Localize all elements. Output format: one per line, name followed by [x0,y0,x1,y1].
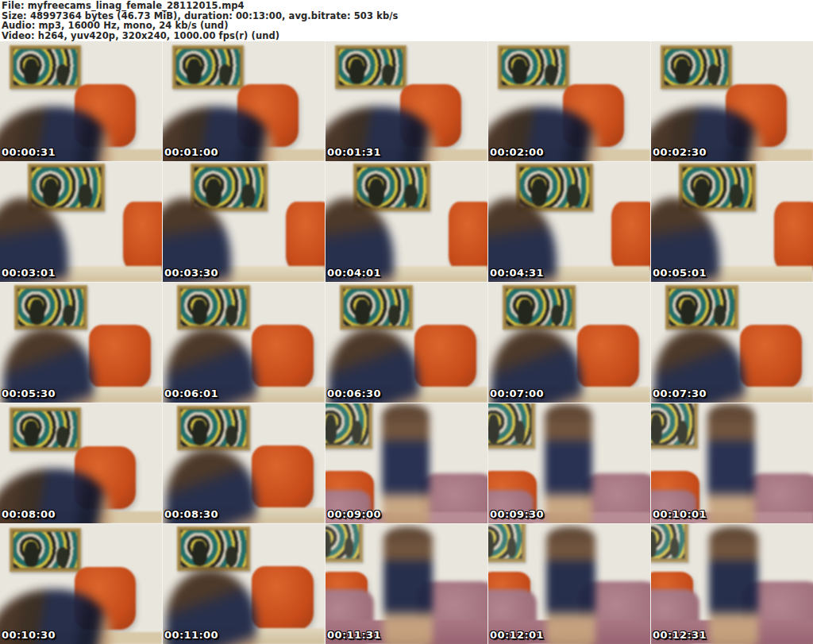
thumbnail-placeholder [163,524,325,644]
timestamp-overlay: 00:08:30 [164,508,218,520]
timestamp-overlay: 00:06:01 [164,388,218,399]
video-thumbnail[interactable]: 00:11:00 [163,524,325,644]
video-thumbnail[interactable]: 00:01:00 [163,41,325,161]
abstract-figure-silhouette [382,403,429,523]
thumbnail-grid: 00:00:31 00:01:00 00:01:31 [0,41,813,644]
video-thumbnail[interactable]: 00:04:01 [326,162,487,282]
abstract-figure-silhouette [707,403,754,523]
picture-frame [326,524,363,562]
thumbnail-placeholder [326,524,487,644]
orange-cushion [252,566,314,630]
media-info-line-video: Video: h264, yuv420p, 320x240, 1000.00 f… [2,31,813,41]
video-thumbnail[interactable]: 00:11:31 [326,524,487,644]
timestamp-overlay: 00:02:00 [490,146,544,158]
orange-cushion [252,445,314,509]
video-thumbnail[interactable]: 00:10:30 [0,524,162,644]
timestamp-overlay: 00:04:01 [327,267,381,279]
picture-frame [335,45,406,90]
thumbnail-placeholder [488,524,650,644]
orange-cushion [89,325,151,388]
video-thumbnail[interactable]: 00:04:31 [488,162,650,282]
abstract-figure-silhouette [709,526,757,644]
timestamp-overlay: 00:10:01 [653,508,707,520]
video-thumbnail[interactable]: 00:03:30 [163,162,325,282]
thumbnail-placeholder [488,162,650,282]
thumbnail-placeholder [163,403,325,523]
orange-cushion [414,325,476,388]
thumbnail-placeholder [651,283,813,403]
video-thumbnail[interactable]: 00:07:30 [651,283,813,403]
video-thumbnail[interactable]: 00:05:30 [0,283,162,403]
timestamp-overlay: 00:06:30 [327,388,381,399]
timestamp-overlay: 00:11:31 [327,629,381,641]
video-thumbnail[interactable]: 00:12:01 [488,524,650,644]
video-thumbnail[interactable]: 00:02:00 [488,41,650,161]
video-thumbnail[interactable]: 00:01:31 [326,41,487,161]
thumbnail-placeholder [0,41,162,161]
timestamp-overlay: 00:07:00 [490,388,544,399]
picture-frame [488,524,526,562]
video-thumbnail[interactable]: 00:02:30 [651,41,813,161]
picture-frame [10,528,81,573]
orange-cushion [577,325,639,388]
thumbnail-placeholder [163,41,325,161]
picture-frame [177,406,250,450]
thumbnail-placeholder [651,41,813,161]
orange-cushion [252,325,314,388]
thumbnail-placeholder [326,162,487,282]
picture-frame [651,403,698,449]
video-thumbnail[interactable]: 00:05:01 [651,162,813,282]
media-info-header: File: myfreecams_linag_female_28112015.m… [0,0,813,41]
thumbnail-placeholder [0,162,162,282]
timestamp-overlay: 00:12:01 [490,629,544,641]
thumbnail-placeholder [163,162,325,282]
picture-frame [498,45,569,90]
picture-frame [326,403,372,449]
thumbnail-placeholder [488,283,650,403]
timestamp-overlay: 00:01:00 [164,146,218,158]
video-contact-sheet: File: myfreecams_linag_female_28112015.m… [0,0,813,644]
video-thumbnail[interactable]: 00:03:01 [0,162,162,282]
thumbnail-placeholder [0,403,162,523]
timestamp-overlay: 00:03:30 [164,267,218,279]
timestamp-overlay: 00:01:31 [327,146,381,158]
picture-frame [651,524,688,562]
timestamp-overlay: 00:10:30 [2,629,56,641]
video-thumbnail[interactable]: 00:07:00 [488,283,650,403]
video-thumbnail[interactable]: 00:09:00 [326,403,487,523]
video-thumbnail[interactable]: 00:06:01 [163,283,325,403]
timestamp-overlay: 00:05:30 [2,388,56,399]
video-thumbnail[interactable]: 00:08:30 [163,403,325,523]
picture-frame [503,285,576,330]
timestamp-overlay: 00:07:30 [653,388,707,399]
picture-frame [172,45,244,90]
timestamp-overlay: 00:04:31 [490,267,544,279]
timestamp-overlay: 00:11:00 [164,629,218,641]
timestamp-overlay: 00:12:31 [653,629,707,641]
video-thumbnail[interactable]: 00:06:30 [326,283,487,403]
timestamp-overlay: 00:08:00 [2,508,56,520]
video-thumbnail[interactable]: 00:12:31 [651,524,813,644]
thumbnail-placeholder [651,162,813,282]
timestamp-overlay: 00:03:01 [2,267,56,279]
video-thumbnail[interactable]: 00:09:30 [488,403,650,523]
orange-cushion [449,202,487,272]
thumbnail-placeholder [651,524,813,644]
orange-cushion [286,202,325,272]
picture-frame [177,285,250,330]
orange-cushion [740,325,802,388]
orange-cushion [123,202,162,272]
thumbnail-placeholder [326,283,487,403]
picture-frame [10,45,81,90]
timestamp-overlay: 00:00:31 [2,146,56,158]
abstract-figure-silhouette [546,526,595,644]
picture-frame [488,403,535,449]
thumbnail-placeholder [488,41,650,161]
orange-cushion [774,202,813,272]
thumbnail-placeholder [163,283,325,403]
video-thumbnail[interactable]: 00:00:31 [0,41,162,161]
abstract-figure-silhouette [383,526,432,644]
picture-frame [340,285,413,330]
video-thumbnail[interactable]: 00:10:01 [651,403,813,523]
video-thumbnail[interactable]: 00:08:00 [0,403,162,523]
